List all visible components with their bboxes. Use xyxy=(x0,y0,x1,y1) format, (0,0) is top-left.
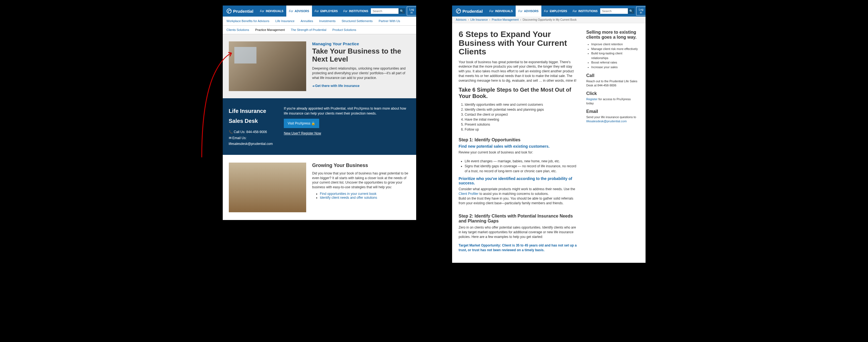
search-button[interactable]: 🔍 xyxy=(399,8,405,14)
subnav2-clients[interactable]: Clients Solutions xyxy=(226,28,249,31)
subnav-life-insurance[interactable]: Life Insurance xyxy=(276,19,294,23)
nav-advisors[interactable]: For ADVISORS xyxy=(286,5,312,16)
step-item: Identify clients with potential needs an… xyxy=(465,107,578,112)
list-item: Increase your sales xyxy=(591,65,639,70)
visit-pruxpress-button[interactable]: Visit PruXpress xyxy=(284,119,319,128)
nav-institutions[interactable]: For INSTITUTIONS xyxy=(570,5,600,16)
hero-title: Take Your Business to the Next Level xyxy=(312,47,410,63)
nav-employers[interactable]: For EMPLOYERS xyxy=(541,5,570,16)
grow-image xyxy=(229,163,306,212)
steps-list: Identify opportunities with new and curr… xyxy=(459,102,578,132)
login-button[interactable]: Log in xyxy=(407,7,416,15)
side-call-heading: Call xyxy=(586,73,639,78)
nav-individuals[interactable]: For INDIVIDUALS xyxy=(487,5,516,16)
subnav-partner[interactable]: Partner With Us xyxy=(379,19,400,23)
hero-body: Deepening client relationships, unlockin… xyxy=(312,66,410,80)
register-link[interactable]: New User? Register Now xyxy=(284,131,321,135)
hero-copy: Managing Your Practice Take Your Busines… xyxy=(312,41,410,91)
hero-cta-link[interactable]: Get there with life insurance xyxy=(312,84,360,88)
login-button[interactable]: Log in xyxy=(636,7,645,15)
subnav2-practice-management[interactable]: Practice Management xyxy=(255,28,285,31)
brand-logo[interactable]: Prudential xyxy=(456,8,483,13)
step-item: Contact the client or prospect xyxy=(465,112,578,117)
hero-eyebrow: Managing Your Practice xyxy=(312,41,410,46)
list-item: Build long-lasting client relationships xyxy=(591,51,639,60)
browser-right: Prudential For INDIVIDUALS For ADVISORS … xyxy=(452,5,646,263)
growing-section: Growing Your Business Did you know that … xyxy=(223,155,416,220)
step-item: Follow up xyxy=(465,127,578,132)
product-subnav: Workplace Benefits for Advisors Life Ins… xyxy=(223,16,416,26)
side-register-link[interactable]: Register xyxy=(586,97,598,101)
desk-email-link[interactable]: lifesalesdesk@prudential.com xyxy=(229,142,273,146)
nav-advisors[interactable]: For ADVISORS xyxy=(516,5,541,16)
side-heading: Selling more to existing clients goes a … xyxy=(586,30,639,40)
list-item: Life event changes — marriage, babies, n… xyxy=(465,159,578,164)
desk-left: Life Insurance Sales Desk 📞 Call Us: 844… xyxy=(229,106,273,147)
step-item: Identify opportunities with new and curr… xyxy=(465,102,578,107)
side-click-text: Register for access to PruXpress today xyxy=(586,97,639,106)
nav-employers[interactable]: For EMPLOYERS xyxy=(312,5,341,16)
list-item: Signs that identify gaps in coverage — n… xyxy=(465,164,578,174)
nav-institutions[interactable]: For INSTITUTIONS xyxy=(340,5,371,16)
grow-body: Did you know that your book of business … xyxy=(312,171,410,190)
step1-lead: Review your current book of business and… xyxy=(459,150,578,155)
target-market-opportunity: Target Market Opportunity: Client is 35 … xyxy=(459,243,578,252)
subnav-structured-settlements[interactable]: Structured Settlements xyxy=(342,19,373,23)
desk-call: 📞 Call Us: 844-458-9006 xyxy=(229,129,273,135)
desk-blurb: If you're already appointed with Prudent… xyxy=(284,106,410,116)
step1-profiler: Consider what appropriate products might… xyxy=(459,187,578,205)
side-email-link[interactable]: lifesalesdesk@prudential.com xyxy=(586,119,627,123)
nav-individuals[interactable]: For INDIVIDUALS xyxy=(257,5,286,16)
subnav2-strength[interactable]: The Strength of Prudential xyxy=(291,28,326,31)
side-email-text: Send your life insurance questions to li… xyxy=(586,115,639,124)
desk-title: Life Insurance Sales Desk xyxy=(229,106,273,126)
article-title: 6 Steps to Expand Your Business with You… xyxy=(459,30,578,56)
crumb-practice-management[interactable]: Practice Management xyxy=(492,18,519,21)
search-input[interactable] xyxy=(600,8,628,14)
list-item: Manage client risk more effectively xyxy=(591,47,639,52)
crumb-life-insurance[interactable]: Life Insurance xyxy=(470,18,488,21)
audience-nav: For INDIVIDUALS For ADVISORS For EMPLOYE… xyxy=(257,5,371,16)
search-input[interactable] xyxy=(371,8,399,14)
step-item: Have the initial meeting xyxy=(465,117,578,122)
step-item: Present solutions xyxy=(465,122,578,127)
brand-logo[interactable]: Prudential xyxy=(226,8,253,13)
section-subnav: Clients Solutions Practice Management Th… xyxy=(223,26,416,34)
grow-link-2[interactable]: Identify client needs and offer solution… xyxy=(320,196,377,200)
article-intro: Your book of business has great potentia… xyxy=(459,60,578,83)
grow-copy: Growing Your Business Did you know that … xyxy=(312,163,410,212)
step1-subheading: Find new potential sales with existing c… xyxy=(459,144,578,148)
subnav-annuities[interactable]: Annuities xyxy=(301,19,313,23)
side-benefits: Improve client retention Manage client r… xyxy=(586,42,639,69)
breadcrumb: Advisors › Life Insurance › Practice Man… xyxy=(452,16,646,23)
subnav-workplace-benefits[interactable]: Workplace Benefits for Advisors xyxy=(226,19,270,23)
search-button[interactable]: 🔍 xyxy=(628,8,634,14)
hero: Managing Your Practice Take Your Busines… xyxy=(223,34,416,98)
crumb-advisors[interactable]: Advisors xyxy=(456,18,466,21)
step2-body: Zero in on clients who offer potential s… xyxy=(459,225,578,239)
list-item: Improve client retention xyxy=(591,42,639,47)
side-email-heading: Email xyxy=(586,109,639,114)
hero-image xyxy=(229,41,306,91)
grow-link-1[interactable]: Find opportunities in your current book xyxy=(320,192,377,196)
step2-heading: Step 2: Identify Clients with Potential … xyxy=(459,214,578,224)
search: 🔍 xyxy=(371,8,405,14)
logo-icon xyxy=(226,8,231,13)
client-profiler-link[interactable]: Client Profiler xyxy=(459,192,478,196)
grow-title: Growing Your Business xyxy=(312,163,410,168)
steps-heading: Take 6 Simple Steps to Get the Most Out … xyxy=(459,87,578,99)
top-bar: Prudential For INDIVIDUALS For ADVISORS … xyxy=(452,5,646,16)
subnav2-product-solutions[interactable]: Product Solutions xyxy=(333,28,356,31)
top-bar: Prudential For INDIVIDUALS For ADVISORS … xyxy=(223,5,416,16)
step1-bullets: Life event changes — marriage, babies, n… xyxy=(459,159,578,174)
step1-prioritize: Prioritize who you've identified accordi… xyxy=(459,176,578,185)
article: 6 Steps to Expand Your Business with You… xyxy=(452,23,646,263)
desk-email: ✉ Email Us: lifesalesdesk@prudential.com xyxy=(229,135,273,147)
article-sidebar: Selling more to existing clients goes a … xyxy=(586,30,639,256)
search: 🔍 xyxy=(600,8,634,14)
side-click-heading: Click xyxy=(586,91,639,96)
browser-left: Prudential For INDIVIDUALS For ADVISORS … xyxy=(223,5,416,220)
subnav-investments[interactable]: Investments xyxy=(319,19,336,23)
top-tools: 🔍 Log in Open an account xyxy=(600,5,645,17)
logo-icon xyxy=(456,8,461,13)
